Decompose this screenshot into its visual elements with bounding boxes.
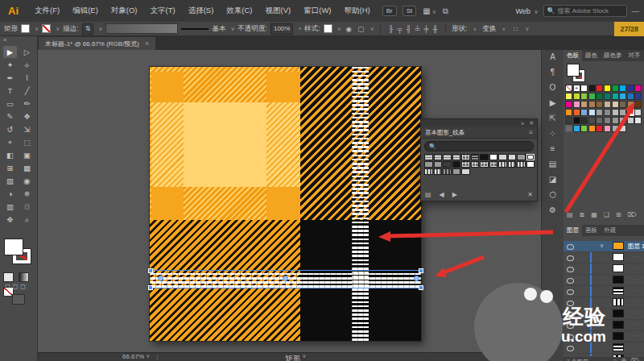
color-swatch[interactable] xyxy=(596,125,603,132)
swatch-libraries-icon[interactable]: ▤ xyxy=(567,211,573,218)
expand-chevron-icon[interactable]: ∨ xyxy=(600,243,604,249)
artboard[interactable] xyxy=(150,67,421,341)
transform-button[interactable]: 变换 xyxy=(482,24,496,34)
collapse-panel-icon[interactable]: » xyxy=(521,121,524,127)
bridge-button[interactable]: Br xyxy=(382,6,397,16)
color-swatch[interactable] xyxy=(588,101,596,108)
line-pattern-swatch[interactable] xyxy=(471,154,480,160)
color-swatch[interactable] xyxy=(596,109,603,116)
export-panel-icon[interactable]: ⇱ xyxy=(549,114,555,122)
layer-target-dots[interactable]: ··· xyxy=(633,310,640,315)
color-swatch[interactable] xyxy=(612,117,619,124)
line-pattern-swatch[interactable] xyxy=(461,154,470,160)
layer-thumbnail[interactable] xyxy=(613,309,624,317)
menu-item-选[interactable]: 选择(S) xyxy=(182,6,221,16)
fill-proxy-chip[interactable] xyxy=(567,64,580,77)
opacity-value[interactable]: 100% xyxy=(270,23,293,35)
selection-handle[interactable] xyxy=(148,268,153,273)
close-tab-icon[interactable]: × xyxy=(145,39,149,48)
color-swatch[interactable] xyxy=(573,117,580,124)
symbol-sprayer-tool[interactable]: ✵ xyxy=(20,188,34,200)
line-pattern-swatch[interactable] xyxy=(443,161,452,168)
color-swatch[interactable] xyxy=(573,125,580,132)
color-swatch[interactable] xyxy=(580,93,588,100)
visibility-eye-icon[interactable] xyxy=(567,267,574,272)
selected-swatch[interactable] xyxy=(627,109,634,116)
color-swatch[interactable] xyxy=(627,101,634,108)
color-swatch[interactable] xyxy=(619,85,626,92)
color-swatch[interactable] xyxy=(604,125,611,132)
line-pattern-swatch[interactable] xyxy=(498,154,507,160)
swatch-options-icon[interactable]: ▦ xyxy=(591,211,597,218)
color-swatch[interactable] xyxy=(612,85,619,92)
menu-item-文[interactable]: 文字(T) xyxy=(144,6,182,16)
pencil-tool[interactable]: ✎ xyxy=(3,110,17,122)
recolor-artwork-icon[interactable]: ◉ xyxy=(345,25,353,33)
color-swatch[interactable] xyxy=(565,93,572,100)
eyedropper-tool[interactable]: ◉ xyxy=(20,175,34,187)
line-pattern-swatch[interactable] xyxy=(498,161,507,168)
selection-handle[interactable] xyxy=(419,268,423,273)
color-swatch[interactable] xyxy=(588,85,596,92)
pathfinder-panel-icon[interactable]: ⬡ xyxy=(549,190,556,199)
rotate-tool[interactable]: ↺ xyxy=(3,123,17,135)
layer-target-dots[interactable]: ··· xyxy=(633,254,640,259)
gradient-panel-icon[interactable]: ▤ xyxy=(549,160,556,168)
color-group-icon[interactable] xyxy=(565,125,572,132)
menu-item-窗[interactable]: 窗口(W) xyxy=(297,6,337,16)
color-swatch[interactable] xyxy=(634,117,642,124)
color-swatch[interactable] xyxy=(588,109,596,116)
paintbrush-tool[interactable]: ✏ xyxy=(20,98,34,110)
color-swatch[interactable] xyxy=(619,117,626,124)
align-icon-0[interactable]: ╟ xyxy=(386,25,395,33)
shape-widget-icon[interactable]: ▫ xyxy=(470,25,479,33)
align-icon-5[interactable]: ╫ xyxy=(431,25,440,33)
blend-tool[interactable]: ◑ xyxy=(3,188,17,200)
line-pattern-swatch[interactable] xyxy=(452,154,461,160)
color-swatch[interactable] xyxy=(634,85,642,92)
workspace-switcher[interactable]: Web ∨ xyxy=(516,7,539,15)
anchor-point[interactable] xyxy=(283,276,288,281)
color-swatch[interactable] xyxy=(612,93,619,100)
character-panel-icon[interactable]: A xyxy=(550,52,555,61)
menu-item-编[interactable]: 编辑(E) xyxy=(66,6,105,16)
layer-row[interactable]: ··· xyxy=(564,275,644,286)
color-swatch[interactable] xyxy=(573,109,580,116)
align-icon-4[interactable]: ╪ xyxy=(422,25,431,33)
none-swatch[interactable] xyxy=(565,85,572,92)
line-pattern-swatch[interactable] xyxy=(452,161,461,168)
opentype-panel-icon[interactable]: O xyxy=(550,83,556,92)
stroke-color-swatch[interactable] xyxy=(42,24,51,33)
anchor-point[interactable] xyxy=(414,276,419,281)
selection-handle[interactable] xyxy=(419,285,423,290)
tab-颜色[interactable]: 颜色 xyxy=(582,50,601,61)
layer-thumbnail[interactable] xyxy=(613,264,624,272)
column-graph-tool[interactable]: ▥ xyxy=(3,201,17,213)
color-swatch[interactable] xyxy=(627,117,634,124)
color-swatch[interactable] xyxy=(565,101,572,108)
color-swatch[interactable] xyxy=(565,117,572,124)
layer-thumbnail[interactable] xyxy=(613,343,624,351)
paragraph-panel-icon[interactable]: ¶ xyxy=(551,68,555,77)
color-swatch[interactable] xyxy=(580,101,588,108)
line-pattern-swatch[interactable] xyxy=(424,154,433,160)
panel-menu-icon[interactable]: ≡ xyxy=(529,129,533,136)
tab-对齐[interactable]: 对齐 xyxy=(625,50,644,61)
libraries-menu-icon[interactable]: ▤ xyxy=(425,191,431,198)
line-pattern-swatch[interactable] xyxy=(443,168,452,175)
magic-wand-tool[interactable]: ✦ xyxy=(3,59,17,71)
layer-target-dots[interactable]: ··· xyxy=(633,344,640,349)
adobe-stock-search-input[interactable]: 🔍 搜索 Adobe Stock xyxy=(543,5,627,17)
line-pattern-swatch[interactable] xyxy=(434,168,443,175)
color-swatch[interactable] xyxy=(588,117,596,124)
rectangle-tool[interactable]: ▭ xyxy=(3,98,17,110)
color-swatch[interactable] xyxy=(634,93,642,100)
layer-target-dots[interactable]: ··· xyxy=(633,276,640,281)
line-pattern-swatch[interactable] xyxy=(508,161,517,168)
color-swatch[interactable] xyxy=(573,101,580,108)
vertical-white-stripe[interactable] xyxy=(352,67,369,341)
delete-icon[interactable]: ✕ xyxy=(527,191,533,198)
settings-panel-icon[interactable]: ⚙ xyxy=(549,205,556,214)
color-swatch[interactable] xyxy=(580,117,588,124)
live-paint-tool[interactable]: ▣ xyxy=(20,149,34,161)
